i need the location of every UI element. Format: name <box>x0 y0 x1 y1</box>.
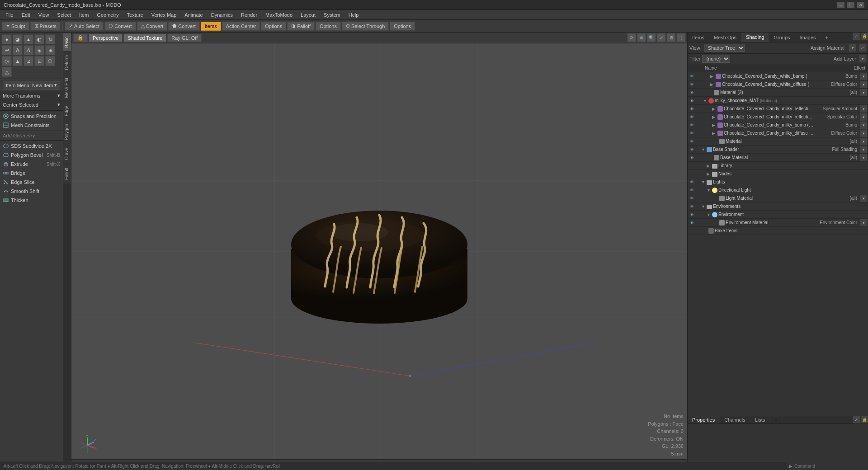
menu-system[interactable]: System <box>320 11 344 19</box>
eye-17[interactable]: 👁 <box>689 203 695 210</box>
tab-items[interactable]: Items <box>688 33 709 42</box>
shader-row-10[interactable]: 👁 ▼ Base Shader Full Shading ▾ <box>688 146 868 154</box>
shader-row-5[interactable]: 👁 ▶ Chocolate_Covered_Candy_milky_reflec… <box>688 105 868 113</box>
view-select[interactable]: Shader Tree <box>704 44 745 52</box>
tool-grid[interactable]: ⊞ <box>45 45 55 55</box>
effect-11-dropdown[interactable]: ▾ <box>860 154 867 161</box>
eye-12[interactable] <box>689 163 695 169</box>
bridge[interactable]: Bridge <box>0 169 63 178</box>
tab-lists[interactable]: Lists <box>750 416 770 423</box>
vp-more-icon[interactable]: ⋮ <box>677 33 685 42</box>
shader-row-19[interactable]: 👁 Environment Material Environment Color… <box>688 219 868 227</box>
menu-item[interactable]: Item <box>75 11 92 19</box>
eye-4[interactable]: 👁 <box>689 98 695 104</box>
edge-slice[interactable]: Edge Slice <box>0 178 63 187</box>
tab-channels[interactable]: Channels <box>720 416 750 423</box>
shader-row-6[interactable]: 👁 ▶ Chocolate_Covered_Candy_milky_reflec… <box>688 113 868 121</box>
maximize-btn[interactable]: □ <box>847 2 854 8</box>
action-center-btn[interactable]: Action Center <box>222 22 260 31</box>
effect-9-dropdown[interactable]: ▾ <box>860 138 867 145</box>
shader-row-14[interactable]: 👁 ▼ Lights <box>688 178 868 186</box>
auto-select-btn[interactable]: ↗ Auto Select <box>65 22 104 31</box>
polygon-bevel[interactable]: Polygon Bevel Shift-B <box>0 150 63 160</box>
shader-row-11[interactable]: 👁 Base Material (all) ▾ <box>688 154 868 162</box>
options-btn-1[interactable]: Options <box>261 22 286 31</box>
vp-zoom-icon[interactable]: 🔍 <box>647 33 656 42</box>
eye-10[interactable]: 👁 <box>689 146 695 153</box>
tab-images[interactable]: Images <box>795 33 821 42</box>
tab-props-add[interactable]: + <box>770 416 782 423</box>
side-tab-basic[interactable]: Basic <box>63 33 71 51</box>
eye-2[interactable]: 👁 <box>689 81 695 88</box>
vp-settings-icon[interactable]: ⚙ <box>667 33 675 42</box>
perspective-btn[interactable]: Perspective <box>89 34 123 42</box>
tool-text-a2[interactable]: A <box>24 45 33 55</box>
menu-layout[interactable]: Layout <box>297 11 319 19</box>
tab-groups[interactable]: Groups <box>769 33 795 42</box>
shader-row-9[interactable]: 👁 Material (all) ▾ <box>688 137 868 146</box>
snaps-precision[interactable]: Snaps and Precision <box>0 112 63 121</box>
side-tab-mesh-edit[interactable]: Mesh Edit <box>63 74 71 101</box>
tool-tri3[interactable]: △ <box>2 67 12 77</box>
menu-maxtomodo[interactable]: MaxToModo <box>262 11 296 19</box>
effect-8-dropdown[interactable]: ▾ <box>860 130 867 137</box>
menu-help[interactable]: Help <box>345 11 363 19</box>
options-btn-3[interactable]: Options <box>390 22 415 31</box>
extrude[interactable]: Extrude Shift-X <box>0 160 63 169</box>
filter-select[interactable]: (none) <box>702 55 730 63</box>
sds-subdivide[interactable]: SDS Subdivide 2X <box>0 141 63 150</box>
effect-3-dropdown[interactable]: ▾ <box>860 89 867 96</box>
tab-shading[interactable]: Shading <box>741 33 769 42</box>
shader-row-8[interactable]: 👁 ▶ Chocolate_Covered_Candy_milky_diffus… <box>688 129 868 137</box>
shader-row-7[interactable]: 👁 ▶ Chocolate_Covered_Candy_milky_bump (… <box>688 121 868 129</box>
eye-19[interactable]: 👁 <box>689 220 695 226</box>
eye-15[interactable]: 👁 <box>689 187 695 193</box>
props-expand-btn[interactable]: ⤢ <box>853 416 860 423</box>
shader-row-4[interactable]: 👁 ▼ milky_chocolate_MAT (Material) <box>688 97 868 105</box>
eye-9[interactable]: 👁 <box>689 138 695 145</box>
command-input[interactable] <box>794 464 862 469</box>
effect-5-dropdown[interactable]: ▾ <box>860 105 867 113</box>
shader-row-3[interactable]: 👁 Material (2) (all) ▾ <box>688 89 868 97</box>
props-lock-btn[interactable]: 🔒 <box>861 416 868 423</box>
select-through-btn[interactable]: ⊙ Select Through <box>342 22 389 31</box>
vp-reset-icon[interactable]: ⟳ <box>627 33 636 42</box>
shader-row-2[interactable]: 👁 ▶ Chocolate_Covered_Candy_white_diffus… <box>688 80 868 89</box>
shader-row-1[interactable]: 👁 ▶ Chocolate_Covered_Candy_white_bump (… <box>688 72 868 80</box>
shader-row-12[interactable]: ▶ Library <box>688 162 868 170</box>
smooth-shift[interactable]: Smooth Shift <box>0 187 63 196</box>
convert-btn-1[interactable]: ⬡ Convert <box>104 22 136 31</box>
eye-3[interactable]: 👁 <box>689 89 695 96</box>
tool-triangle2[interactable]: ▲ <box>13 56 23 66</box>
tool-rotate[interactable]: ↻ <box>45 34 55 44</box>
minimize-btn[interactable]: ─ <box>837 2 844 8</box>
add-layer-expand[interactable]: ▾ <box>859 55 866 62</box>
panel-lock-btn[interactable]: 🔒 <box>861 33 868 40</box>
shaded-texture-btn[interactable]: Shaded Texture <box>123 34 166 42</box>
shader-toolbar-expand[interactable]: ⤢ <box>859 44 866 52</box>
titlebar-controls[interactable]: ─ □ ✕ <box>837 2 864 8</box>
menu-select[interactable]: Select <box>53 11 75 19</box>
side-tab-deform[interactable]: Deform <box>63 51 71 74</box>
thicken[interactable]: Thicken <box>0 196 63 205</box>
menu-texture[interactable]: Texture <box>123 11 147 19</box>
effect-1-dropdown[interactable]: ▾ <box>860 73 867 80</box>
tool-target[interactable]: ◎ <box>2 56 12 66</box>
effect-16-dropdown[interactable]: ▾ <box>860 195 867 202</box>
presets-btn[interactable]: ⊞ Presets <box>30 22 61 31</box>
close-btn[interactable]: ✕ <box>857 2 864 8</box>
tool-rect[interactable]: ⊡ <box>34 56 44 66</box>
effect-6-dropdown[interactable]: ▾ <box>860 113 867 121</box>
shader-list[interactable]: 👁 ▶ Chocolate_Covered_Candy_white_bump (… <box>688 72 868 416</box>
eye-18[interactable]: 👁 <box>689 212 695 218</box>
convert-btn-3[interactable]: ⬟ Convert <box>168 22 200 31</box>
eye-14[interactable]: 👁 <box>689 179 695 185</box>
tab-add[interactable]: + <box>821 33 833 42</box>
eye-20[interactable] <box>689 228 695 234</box>
tool-circle[interactable]: ● <box>2 34 12 44</box>
eye-13[interactable] <box>689 171 695 177</box>
mesh-constraints[interactable]: Mesh Constraints <box>0 121 63 130</box>
items-btn[interactable]: Items <box>201 22 221 31</box>
panel-expand-btn[interactable]: ⤢ <box>853 33 860 40</box>
shader-row-17[interactable]: 👁 ▼ Environments <box>688 202 868 211</box>
